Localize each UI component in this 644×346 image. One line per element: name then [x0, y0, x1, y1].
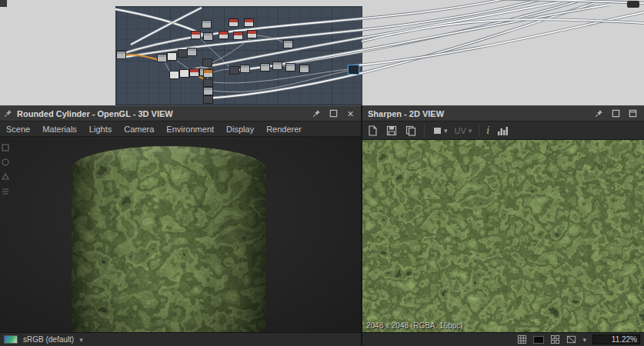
graph-node[interactable]: [219, 31, 229, 39]
graph-node[interactable]: [116, 51, 126, 59]
tiling-toggle-icon[interactable]: [550, 334, 560, 344]
graph-node[interactable]: [240, 65, 250, 73]
graph-node[interactable]: [203, 32, 213, 41]
chevron-down-icon: ▾: [469, 127, 472, 135]
graph-node[interactable]: [179, 69, 189, 78]
side-toolbar-icon-1[interactable]: [1, 141, 10, 151]
graph-node[interactable]: [233, 32, 243, 40]
chevron-down-icon[interactable]: ▾: [582, 336, 586, 344]
window-corner-chip: [0, 0, 7, 7]
window-controls-chip: [627, 1, 639, 8]
menu-item-materials[interactable]: Materials: [36, 121, 83, 137]
view-2d-toolbar: ▾ UV ▾ i: [362, 121, 644, 140]
background-select-icon[interactable]: ▾: [432, 125, 448, 137]
graph-node[interactable]: [157, 54, 167, 62]
side-toolbar-icon-2[interactable]: [1, 156, 10, 165]
maximize-icon[interactable]: [329, 108, 339, 118]
graph-node[interactable]: [299, 65, 309, 73]
toolbar-separator: [479, 125, 479, 137]
graph-node[interactable]: [187, 48, 197, 56]
panel-divider[interactable]: [361, 105, 362, 346]
substance-designer-window: Rounded Cylinder - OpenGL - 3D VIEW × Sc…: [0, 0, 644, 346]
menu-item-renderer[interactable]: Renderer: [260, 121, 308, 137]
graph-node[interactable]: [169, 71, 179, 79]
menu-item-camera[interactable]: Camera: [118, 121, 160, 137]
menu-item-environment[interactable]: Environment: [160, 121, 220, 137]
graph-node[interactable]: [348, 65, 359, 75]
panel-2d-title: Sharpen - 2D VIEW: [368, 109, 444, 118]
graph-node[interactable]: [167, 52, 177, 61]
graph-node[interactable]: [203, 87, 213, 95]
copy-image-icon[interactable]: [405, 125, 417, 137]
background-color-swatch[interactable]: [533, 336, 544, 344]
zoom-level-input[interactable]: 11.22%: [592, 334, 640, 344]
dock-icon[interactable]: [628, 108, 638, 118]
close-icon[interactable]: ×: [345, 108, 355, 118]
toolbar-separator: [424, 125, 425, 137]
chevron-down-icon[interactable]: ▾: [79, 336, 83, 344]
rounded-cylinder-3d-model[interactable]: [72, 146, 265, 332]
view-2d-statusbar: ▾ 11.22%: [362, 332, 644, 346]
viewport-3d[interactable]: [0, 137, 362, 332]
graph-node[interactable]: [229, 18, 239, 27]
pin-icon[interactable]: [312, 108, 322, 118]
graph-node[interactable]: [189, 68, 199, 77]
transparency-toggle-icon[interactable]: [566, 334, 576, 344]
graph-node[interactable]: [202, 58, 212, 67]
histogram-toggle-icon[interactable]: [496, 125, 509, 137]
menu-item-display[interactable]: Display: [220, 121, 260, 137]
export-image-icon[interactable]: [366, 125, 379, 137]
graph-node[interactable]: [244, 18, 254, 27]
info-toggle-icon[interactable]: i: [486, 125, 489, 137]
viewport-3d-statusbar: sRGB (default) ▾: [0, 332, 362, 346]
graph-nodes-layer: [0, 0, 644, 105]
pin-icon[interactable]: [594, 108, 604, 118]
viewport-side-toolbar: [1, 141, 12, 195]
graph-node[interactable]: [285, 63, 295, 72]
graph-node[interactable]: [260, 63, 270, 72]
image-size-overlay: 2048 x 2048 (RGBA, 16bpc): [366, 321, 463, 330]
save-image-icon[interactable]: [385, 125, 398, 137]
graph-node[interactable]: [203, 95, 213, 104]
graph-node[interactable]: [247, 30, 257, 38]
color-profile-icon[interactable]: [4, 335, 18, 344]
panel-2d-titlebar[interactable]: Sharpen - 2D VIEW: [362, 105, 644, 121]
uv-overlay-dropdown[interactable]: UV ▾: [455, 126, 472, 135]
menu-item-lights[interactable]: Lights: [83, 121, 118, 137]
side-toolbar-icon-4[interactable]: [1, 185, 10, 195]
panel-3d-titlebar[interactable]: Rounded Cylinder - OpenGL - 3D VIEW ×: [0, 105, 362, 121]
maximize-icon[interactable]: [611, 108, 621, 118]
graph-node[interactable]: [203, 69, 213, 78]
graph-node[interactable]: [229, 66, 239, 75]
menu-item-scene[interactable]: Scene: [0, 121, 36, 137]
view-2d-canvas[interactable]: 2048 x 2048 (RGBA, 16bpc): [362, 140, 644, 332]
viewport-3d-menubar: SceneMaterialsLightsCameraEnvironmentDis…: [0, 121, 362, 137]
pin-icon[interactable]: [3, 108, 13, 118]
cylinder-shading: [72, 146, 265, 332]
graph-node[interactable]: [191, 31, 201, 39]
sharpen-texture-preview: [362, 140, 644, 332]
graph-view-region: [0, 0, 644, 105]
graph-node[interactable]: [283, 40, 293, 48]
graph-node[interactable]: [272, 62, 282, 70]
grid-toggle-icon[interactable]: [517, 334, 527, 344]
panel-3d-title: Rounded Cylinder - OpenGL - 3D VIEW: [17, 109, 173, 118]
side-toolbar-icon-3[interactable]: [1, 171, 10, 180]
graph-node[interactable]: [202, 20, 212, 28]
color-profile-select[interactable]: sRGB (default): [23, 335, 74, 344]
graph-node[interactable]: [203, 78, 213, 87]
